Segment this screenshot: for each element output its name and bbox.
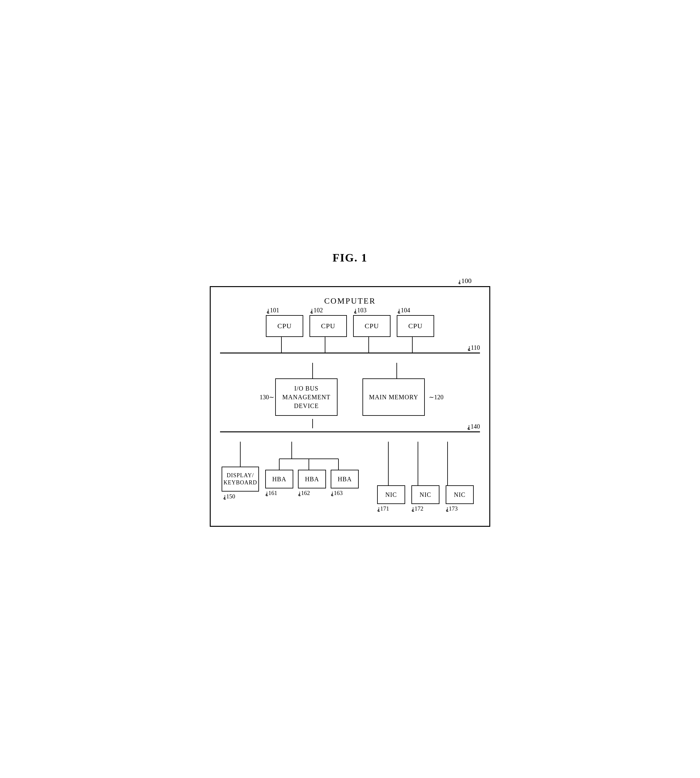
- nic-block-172: NIC ⸘172: [412, 485, 440, 512]
- bottom-section: DISPLAY/ KEYBOARD ⸘150 HBA ⸘161: [220, 441, 480, 510]
- cpu-box-104: CPU: [397, 315, 434, 337]
- cpu-box-103: CPU: [353, 315, 390, 337]
- hba-box-161: HBA: [265, 470, 293, 488]
- cpu-block-102: ⸘102 CPU: [310, 315, 347, 337]
- display-keyboard-block: DISPLAY/ KEYBOARD ⸘150: [222, 466, 259, 500]
- middle-row: 130∼ I/O BUS MANAGEMENT DEVICE MAIN MEMO…: [220, 378, 480, 416]
- nic-row: NIC ⸘171 NIC ⸘172 NIC: [377, 485, 474, 512]
- diagram-wrapper: ⸘100 COMPUTER ⸘101 CPU ⸘102: [210, 277, 490, 527]
- nic-block-171: NIC ⸘171: [377, 485, 405, 512]
- main-memory-box: MAIN MEMORY: [362, 378, 425, 416]
- page-container: FIG. 1 ⸘100 COMPUTER ⸘101 CPU: [210, 251, 490, 527]
- io-bus-box: I/O BUS MANAGEMENT DEVICE: [275, 378, 338, 416]
- main-memory-block: MAIN MEMORY ∼120: [362, 378, 425, 416]
- display-keyboard-ref: ⸘150: [223, 493, 259, 500]
- cpu-box-101: CPU: [266, 315, 303, 337]
- nic-box-173: NIC: [446, 485, 474, 504]
- display-keyboard-box: DISPLAY/ KEYBOARD: [222, 466, 259, 491]
- nic-box-171: NIC: [377, 485, 405, 504]
- figure-title: FIG. 1: [210, 251, 490, 264]
- cpu-block-101: ⸘101 CPU: [266, 315, 303, 337]
- bus-140: [220, 431, 480, 432]
- nic-box-172: NIC: [412, 485, 440, 504]
- io-bus-block: 130∼ I/O BUS MANAGEMENT DEVICE: [275, 378, 338, 416]
- bus110-connectors: [241, 363, 459, 378]
- bus-110-container: ⸘110: [220, 353, 480, 353]
- computer-label: COMPUTER: [220, 297, 480, 306]
- bus-140-container: ⸘140: [220, 431, 480, 432]
- iobus-to-bus140: [241, 419, 459, 428]
- hba-box-163: HBA: [331, 470, 359, 488]
- cpu-box-102: CPU: [310, 315, 347, 337]
- cpu-connectors: [263, 337, 437, 353]
- cpu-block-103: ⸘103 CPU: [353, 315, 390, 337]
- ref-100: ⸘100: [458, 277, 472, 285]
- hba-block-163: HBA ⸘163: [331, 470, 359, 496]
- nic-block-173: NIC ⸘173: [446, 485, 474, 512]
- cpu-block-104: ⸘104 CPU: [397, 315, 434, 337]
- hba-block-161: HBA ⸘161: [265, 470, 293, 496]
- main-memory-ref: ∼120: [429, 393, 443, 401]
- computer-box: COMPUTER ⸘101 CPU ⸘102 CPU: [210, 286, 490, 527]
- hba-box-162: HBA: [298, 470, 326, 488]
- cpu-row: ⸘101 CPU ⸘102 CPU ⸘103: [266, 315, 434, 337]
- bus-110: [220, 353, 480, 353]
- ref-140: ⸘140: [467, 423, 480, 430]
- hba-block-162: HBA ⸘162: [298, 470, 326, 496]
- hba-row: HBA ⸘161 HBA ⸘162 HBA: [265, 470, 359, 496]
- ref-110: ⸘110: [467, 344, 480, 351]
- io-bus-ref: 130∼: [260, 393, 274, 401]
